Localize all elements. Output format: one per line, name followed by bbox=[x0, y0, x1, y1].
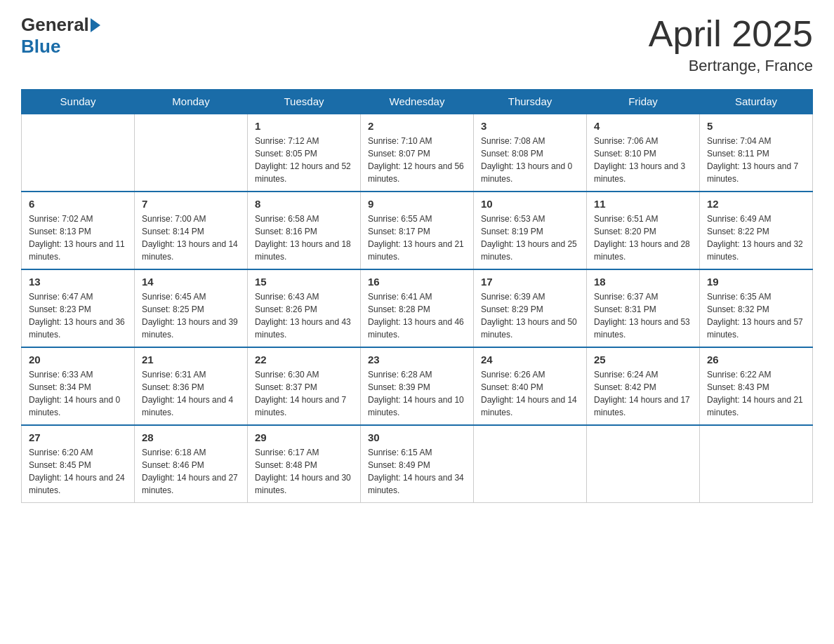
cell-day-number: 6 bbox=[29, 198, 127, 210]
week-row-4: 20Sunrise: 6:33 AMSunset: 8:34 PMDayligh… bbox=[22, 347, 813, 425]
cell-sun-info: Sunrise: 7:00 AMSunset: 8:14 PMDaylight:… bbox=[142, 213, 240, 263]
cell-sun-info: Sunrise: 6:15 AMSunset: 8:49 PMDaylight:… bbox=[368, 446, 466, 497]
cell-day-number: 29 bbox=[255, 431, 353, 443]
calendar-cell: 22Sunrise: 6:30 AMSunset: 8:37 PMDayligh… bbox=[248, 347, 361, 425]
cell-sun-info: Sunrise: 7:08 AMSunset: 8:08 PMDaylight:… bbox=[481, 135, 579, 185]
calendar-cell: 12Sunrise: 6:49 AMSunset: 8:22 PMDayligh… bbox=[700, 192, 813, 269]
logo-blue-text: Blue bbox=[21, 36, 60, 58]
cell-day-number: 4 bbox=[594, 120, 692, 132]
calendar-table: SundayMondayTuesdayWednesdayThursdayFrid… bbox=[21, 89, 813, 503]
cell-day-number: 7 bbox=[142, 198, 240, 210]
calendar-cell: 9Sunrise: 6:55 AMSunset: 8:17 PMDaylight… bbox=[361, 192, 474, 269]
calendar-cell: 11Sunrise: 6:51 AMSunset: 8:20 PMDayligh… bbox=[587, 192, 700, 269]
cell-sun-info: Sunrise: 7:10 AMSunset: 8:07 PMDaylight:… bbox=[368, 135, 466, 185]
calendar-cell: 2Sunrise: 7:10 AMSunset: 8:07 PMDaylight… bbox=[361, 114, 474, 192]
cell-sun-info: Sunrise: 6:17 AMSunset: 8:48 PMDaylight:… bbox=[255, 446, 353, 497]
calendar-cell: 5Sunrise: 7:04 AMSunset: 8:11 PMDaylight… bbox=[700, 114, 813, 192]
cell-sun-info: Sunrise: 7:04 AMSunset: 8:11 PMDaylight:… bbox=[707, 135, 805, 185]
calendar-cell: 19Sunrise: 6:35 AMSunset: 8:32 PMDayligh… bbox=[700, 269, 813, 347]
cell-day-number: 14 bbox=[142, 276, 240, 288]
calendar-cell: 8Sunrise: 6:58 AMSunset: 8:16 PMDaylight… bbox=[248, 192, 361, 269]
cell-day-number: 19 bbox=[707, 276, 805, 288]
cell-day-number: 2 bbox=[368, 120, 466, 132]
title-block: April 2025 Bertrange, France bbox=[649, 14, 813, 75]
logo-general-text: General bbox=[21, 14, 89, 36]
cell-sun-info: Sunrise: 6:28 AMSunset: 8:39 PMDaylight:… bbox=[368, 368, 466, 419]
logo: General Blue bbox=[21, 14, 102, 58]
cell-sun-info: Sunrise: 6:49 AMSunset: 8:22 PMDaylight:… bbox=[707, 213, 805, 263]
weekday-header-sunday: Sunday bbox=[22, 90, 135, 114]
week-row-5: 27Sunrise: 6:20 AMSunset: 8:45 PMDayligh… bbox=[22, 425, 813, 503]
cell-sun-info: Sunrise: 7:06 AMSunset: 8:10 PMDaylight:… bbox=[594, 135, 692, 185]
cell-day-number: 3 bbox=[481, 120, 579, 132]
calendar-cell bbox=[135, 114, 248, 192]
cell-day-number: 15 bbox=[255, 276, 353, 288]
cell-day-number: 22 bbox=[255, 354, 353, 365]
calendar-cell: 24Sunrise: 6:26 AMSunset: 8:40 PMDayligh… bbox=[474, 347, 587, 425]
cell-day-number: 11 bbox=[594, 198, 692, 210]
weekday-header-tuesday: Tuesday bbox=[248, 90, 361, 114]
cell-day-number: 17 bbox=[481, 276, 579, 288]
header-row: SundayMondayTuesdayWednesdayThursdayFrid… bbox=[22, 90, 813, 114]
cell-sun-info: Sunrise: 6:26 AMSunset: 8:40 PMDaylight:… bbox=[481, 368, 579, 419]
weekday-header-thursday: Thursday bbox=[474, 90, 587, 114]
cell-day-number: 13 bbox=[29, 276, 127, 288]
calendar-cell: 1Sunrise: 7:12 AMSunset: 8:05 PMDaylight… bbox=[248, 114, 361, 192]
page-header: General Blue April 2025 Bertrange, Franc… bbox=[21, 14, 813, 75]
calendar-cell: 20Sunrise: 6:33 AMSunset: 8:34 PMDayligh… bbox=[22, 347, 135, 425]
cell-sun-info: Sunrise: 6:24 AMSunset: 8:42 PMDaylight:… bbox=[594, 368, 692, 419]
calendar-cell: 14Sunrise: 6:45 AMSunset: 8:25 PMDayligh… bbox=[135, 269, 248, 347]
cell-sun-info: Sunrise: 6:33 AMSunset: 8:34 PMDaylight:… bbox=[29, 368, 127, 419]
calendar-cell: 10Sunrise: 6:53 AMSunset: 8:19 PMDayligh… bbox=[474, 192, 587, 269]
cell-day-number: 8 bbox=[255, 198, 353, 210]
calendar-cell: 21Sunrise: 6:31 AMSunset: 8:36 PMDayligh… bbox=[135, 347, 248, 425]
cell-sun-info: Sunrise: 7:12 AMSunset: 8:05 PMDaylight:… bbox=[255, 135, 353, 185]
weekday-header-friday: Friday bbox=[587, 90, 700, 114]
cell-day-number: 23 bbox=[368, 354, 466, 365]
calendar-cell: 27Sunrise: 6:20 AMSunset: 8:45 PMDayligh… bbox=[22, 425, 135, 503]
cell-day-number: 21 bbox=[142, 354, 240, 365]
calendar-cell: 30Sunrise: 6:15 AMSunset: 8:49 PMDayligh… bbox=[361, 425, 474, 503]
logo-arrow-icon bbox=[91, 18, 100, 32]
calendar-cell: 25Sunrise: 6:24 AMSunset: 8:42 PMDayligh… bbox=[587, 347, 700, 425]
cell-day-number: 28 bbox=[142, 431, 240, 443]
calendar-cell: 26Sunrise: 6:22 AMSunset: 8:43 PMDayligh… bbox=[700, 347, 813, 425]
cell-sun-info: Sunrise: 6:55 AMSunset: 8:17 PMDaylight:… bbox=[368, 213, 466, 263]
calendar-cell bbox=[22, 114, 135, 192]
calendar-cell: 3Sunrise: 7:08 AMSunset: 8:08 PMDaylight… bbox=[474, 114, 587, 192]
cell-sun-info: Sunrise: 6:31 AMSunset: 8:36 PMDaylight:… bbox=[142, 368, 240, 419]
cell-day-number: 16 bbox=[368, 276, 466, 288]
cell-sun-info: Sunrise: 6:53 AMSunset: 8:19 PMDaylight:… bbox=[481, 213, 579, 263]
calendar-cell: 29Sunrise: 6:17 AMSunset: 8:48 PMDayligh… bbox=[248, 425, 361, 503]
cell-sun-info: Sunrise: 6:58 AMSunset: 8:16 PMDaylight:… bbox=[255, 213, 353, 263]
calendar-cell: 7Sunrise: 7:00 AMSunset: 8:14 PMDaylight… bbox=[135, 192, 248, 269]
cell-sun-info: Sunrise: 6:45 AMSunset: 8:25 PMDaylight:… bbox=[142, 290, 240, 341]
cell-sun-info: Sunrise: 6:30 AMSunset: 8:37 PMDaylight:… bbox=[255, 368, 353, 419]
cell-day-number: 18 bbox=[594, 276, 692, 288]
cell-day-number: 24 bbox=[481, 354, 579, 365]
cell-sun-info: Sunrise: 6:43 AMSunset: 8:26 PMDaylight:… bbox=[255, 290, 353, 341]
week-row-2: 6Sunrise: 7:02 AMSunset: 8:13 PMDaylight… bbox=[22, 192, 813, 269]
weekday-header-wednesday: Wednesday bbox=[361, 90, 474, 114]
calendar-cell: 16Sunrise: 6:41 AMSunset: 8:28 PMDayligh… bbox=[361, 269, 474, 347]
cell-day-number: 9 bbox=[368, 198, 466, 210]
calendar-cell bbox=[587, 425, 700, 503]
cell-sun-info: Sunrise: 6:47 AMSunset: 8:23 PMDaylight:… bbox=[29, 290, 127, 341]
calendar-cell: 13Sunrise: 6:47 AMSunset: 8:23 PMDayligh… bbox=[22, 269, 135, 347]
cell-sun-info: Sunrise: 6:35 AMSunset: 8:32 PMDaylight:… bbox=[707, 290, 805, 341]
cell-sun-info: Sunrise: 6:22 AMSunset: 8:43 PMDaylight:… bbox=[707, 368, 805, 419]
cell-day-number: 30 bbox=[368, 431, 466, 443]
cell-day-number: 20 bbox=[29, 354, 127, 365]
calendar-cell: 4Sunrise: 7:06 AMSunset: 8:10 PMDaylight… bbox=[587, 114, 700, 192]
calendar-cell bbox=[474, 425, 587, 503]
week-row-3: 13Sunrise: 6:47 AMSunset: 8:23 PMDayligh… bbox=[22, 269, 813, 347]
cell-sun-info: Sunrise: 6:41 AMSunset: 8:28 PMDaylight:… bbox=[368, 290, 466, 341]
cell-sun-info: Sunrise: 6:18 AMSunset: 8:46 PMDaylight:… bbox=[142, 446, 240, 497]
calendar-cell bbox=[700, 425, 813, 503]
cell-day-number: 25 bbox=[594, 354, 692, 365]
cell-day-number: 12 bbox=[707, 198, 805, 210]
cell-day-number: 27 bbox=[29, 431, 127, 443]
cell-sun-info: Sunrise: 6:20 AMSunset: 8:45 PMDaylight:… bbox=[29, 446, 127, 497]
cell-day-number: 5 bbox=[707, 120, 805, 132]
calendar-cell: 28Sunrise: 6:18 AMSunset: 8:46 PMDayligh… bbox=[135, 425, 248, 503]
